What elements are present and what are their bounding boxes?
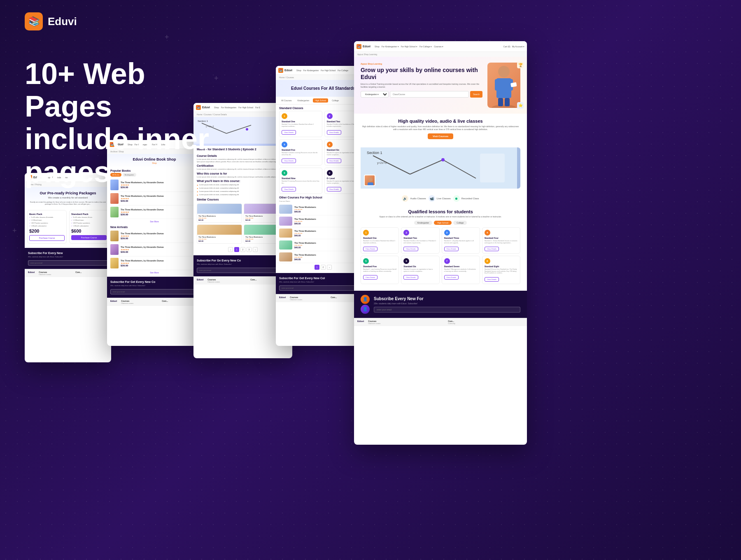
mockup5-q-7: 7 Standard Seven Standard 7 Management s… (442, 256, 480, 284)
svg-point-7 (498, 66, 510, 77)
mockup1-feature-3: 105 Practice questions (29, 222, 65, 224)
mockup5-search: Kindergarten ▾ Search (361, 91, 482, 98)
mockup3-page-2[interactable]: 1 (234, 247, 239, 252)
mockup4-tab-all[interactable]: All Courses (279, 98, 294, 103)
mockup5-video-thumb: Section 1 y=2x+3 ▶ (361, 147, 520, 189)
mockup4-std1-btn[interactable]: Class Details (282, 130, 296, 135)
mockup2-new-info-1: The Three Musketeers, by Alexandre Dumas… (121, 232, 198, 240)
mockup1-basic-price: $200 (29, 229, 65, 233)
svg-point-5 (246, 128, 248, 131)
mockup3-page-5[interactable]: › (253, 247, 258, 252)
mockup2-see-more[interactable]: See More (107, 219, 202, 224)
mockup4-std5-desc: Standard 9 Learning Resources ensure tha… (282, 180, 320, 184)
mockup2-footer-courses: Courses Classroom courses (121, 300, 158, 304)
mockup4-links: Shop For Kindergarten For High School Fo… (296, 69, 348, 72)
mockup4-std5-btn[interactable]: Class Details (282, 187, 296, 191)
mockup4-std4-btn[interactable]: Class Details (327, 159, 341, 163)
mockup1-footer-logo: Eduvi (28, 271, 35, 275)
mockup5-hero-person (487, 63, 520, 108)
svg-text:y=2x+3: y=2x+3 (377, 161, 387, 165)
mockup5-audio-class: 🔊 Audio Classes (402, 195, 426, 202)
mockup1-footer-col2-title: Com... (75, 271, 108, 273)
mockup5-q-4: 4 Standard Four Standard 4 - Clearly Sta… (482, 227, 520, 254)
mockup1-pricing-title: Our Pre-ready Pricing Packages (28, 191, 108, 195)
mockup5-qualified-desc: Appux or class is a the sintered yet for… (361, 215, 520, 218)
mockup5-q-tab-college[interactable]: College (453, 221, 467, 225)
mockup4-page-2[interactable]: 2 (321, 265, 326, 270)
mockup5-live-class: 📹 Live Classes (429, 195, 451, 202)
mockup4-tab-kg[interactable]: Kindergarten (296, 98, 312, 103)
mockup4-std2-btn[interactable]: Class Details (327, 130, 341, 135)
mockup4-std3-name: Standard Five (282, 149, 320, 151)
mockup4-page-next[interactable]: › (327, 265, 332, 270)
mockup2-subscribe: Subscribe For Get Every New Co 20k+ stud… (107, 277, 202, 298)
mockup1-basic-card: Basic Pack 5+45 video lessons & tutorial… (27, 210, 67, 244)
mockup1-std-feature-3: 200 Practice questions (71, 222, 107, 224)
mockup1-sub-input[interactable] (28, 260, 108, 266)
mockup3-sub-subtitle: 20k+ students daily learn with Eduvi. Su… (197, 263, 289, 265)
mockup5-hero-text: Appux Shop Learning Grow up your skills … (361, 63, 482, 98)
mockup2-new-cover-2 (110, 244, 119, 255)
mockup5-q-1: 1 Standard One Standard 1 is a foundatio… (361, 227, 399, 254)
mockup4-page-1[interactable]: 1 (315, 265, 319, 270)
mockup3-sub-title: Subscribe For Ge Every New Co (197, 259, 289, 262)
mockup1-standard-price: $600 (71, 229, 107, 233)
mockup5-hero-desc: Eduvi is a Global Training provider base… (361, 83, 482, 89)
mockup1-basic-btn[interactable]: Purchase Course (29, 235, 65, 241)
mockup4-std2-num: 2 (327, 113, 333, 119)
mockup5-sub-input[interactable] (374, 307, 520, 313)
mockup2-book-2: The Three Musketeers, by Alexandre Dumas… (110, 192, 198, 205)
mockup5-deco-star: ⭐ (517, 102, 524, 109)
mockup2-new-arrivals-title: New Arrivals (107, 224, 202, 229)
mockup5-nav-right: Cart (0) My Account ▾ (503, 45, 524, 48)
mockup5-search-input[interactable] (390, 91, 469, 98)
mockup5-visit-btn[interactable]: Visit Courses (428, 133, 453, 139)
logo-text: Eduvi (48, 15, 77, 28)
mockup5-nav: 📚 Eduvi Shop For Kindergarten ▾ For High… (354, 41, 527, 52)
mockup3-similar-grid: The Three Musketeers ★★★★★ $40.00 The Th… (197, 203, 289, 244)
mockup5-sub-subtitle: 20k+ students daily learn with Eduvi. Su… (374, 302, 520, 305)
mockup3-page-1[interactable]: ‹ (228, 247, 233, 252)
mockup3-sub-input[interactable] (197, 268, 289, 273)
mockup5-account[interactable]: My Account ▾ (512, 45, 524, 48)
mockup4-std6-btn[interactable]: Class Details (327, 187, 341, 191)
mockup5-whiteboard-svg: Section 1 y=2x+3 (361, 147, 517, 189)
mockup5-footer-courses: Courses Classroom courses (368, 320, 444, 324)
mockup2-new-price-2: $39.00 (121, 251, 198, 253)
mockup2-see-more-2[interactable]: See More (107, 270, 202, 275)
mockup2-book-3: The Three Musketeers, by Alexandre Dumas… (110, 205, 198, 219)
mockup2-sub-subtitle: 20k+ students daily learn with Eduvi. Su… (110, 285, 198, 287)
mockup3-page-3[interactable]: 2 (240, 247, 245, 252)
mockup4-std-3: 5 Standard Five Standard 5 includes Lear… (279, 139, 322, 166)
mockup4-title: Eduvi Courses For All Standards (280, 86, 366, 91)
mockup2-sub-title: Subscribe For Get Every New Co (110, 280, 198, 284)
mockup3-page-4[interactable]: 3 (247, 247, 252, 252)
mockup4-std-5: 9 Standard Nine Standard 9 Learning Reso… (279, 168, 322, 194)
mockup5-q-tab-kg[interactable]: Kindergarten (414, 221, 433, 225)
mockup4-std6-num: 0 (327, 170, 333, 176)
mockup4-tab-college[interactable]: College (330, 98, 341, 103)
mockup5-grade-select[interactable]: Kindergarten ▾ (361, 91, 389, 98)
mockup5-q-2: 2 Standard Two Standard 2 builds on the … (401, 227, 439, 254)
mockup5-video-section: Section 1 y=2x+3 ▶ (354, 144, 527, 192)
mockup1-standard-btn[interactable]: Purchase Course (71, 235, 107, 240)
mockup1-footer-col1-item1: Classroom courses (39, 274, 71, 275)
mockup2-book-cover-2 (110, 193, 119, 204)
mockup5-sub-input-row (374, 307, 520, 313)
mockup1-pricing-cards: Basic Pack 5+45 video lessons & tutorial… (25, 208, 111, 246)
mockup5-search-btn[interactable]: Search (470, 91, 482, 98)
mockup2-new-book-1: The Three Musketeers, by Alexandre Dumas… (110, 229, 198, 243)
svg-rect-11 (498, 98, 503, 106)
mockup5-cart[interactable]: Cart (0) (503, 45, 510, 48)
mockup1-standard-card: Standard Pack 8+45 video lessons & tuto … (69, 210, 109, 244)
mockup1-pricing-desc: Exactly we create this package for those… (28, 201, 108, 205)
mockup2-sub-input[interactable] (110, 289, 198, 294)
mockup1-sub-subtitle: 20k+ students daily learn with Eduvi. Su… (28, 256, 108, 258)
mockup5-q-tab-hs[interactable]: High School (434, 221, 452, 225)
mockup5-footer-logo: Eduvi (357, 320, 364, 324)
mockup2-book-info-2: The Three Musketeers, by Alexandre Dumas… (121, 195, 198, 202)
mockup5-sub-av1: 👤 (361, 295, 370, 304)
mockup2-new-book-3: The Three Musketeers, by Alexandre Dumas… (110, 257, 198, 270)
mockup4-tab-hs[interactable]: High School (313, 98, 328, 103)
mockup4-std3-btn[interactable]: Class Details (282, 159, 296, 163)
